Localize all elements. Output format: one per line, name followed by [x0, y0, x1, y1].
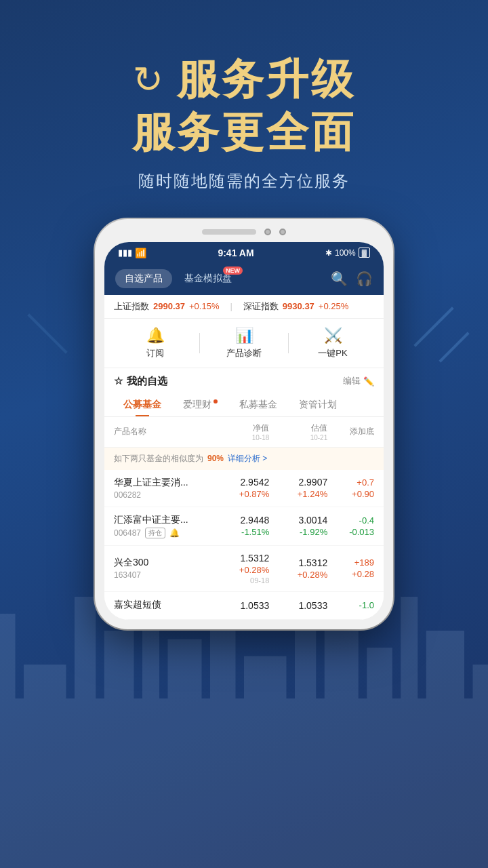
fund-info-3: 嘉实超短债: [114, 599, 211, 612]
edit-button[interactable]: 编辑 ✏️: [343, 375, 374, 387]
phone-outer: ▮▮▮ 📶 9:41 AM ✱ 100% ▓ 自选产品 基金模拟盘: [95, 219, 393, 629]
phone-mockup: ▮▮▮ 📶 9:41 AM ✱ 100% ▓ 自选产品 基金模拟盘: [0, 219, 488, 629]
fund-code-2: 163407: [114, 570, 211, 580]
edit-icon: ✏️: [363, 376, 374, 387]
cat-tab-private-fund[interactable]: 私募基金: [230, 393, 287, 416]
tab-own-products[interactable]: 自选产品: [115, 269, 172, 288]
fund-est-1: 3.0014 -1.92%: [269, 515, 327, 537]
fund-add-3: -1.0: [327, 600, 374, 610]
action-pk[interactable]: ⚔️ 一键PK: [289, 327, 377, 359]
status-left: ▮▮▮ 📶: [118, 248, 146, 258]
fund-tag-1: 持仓: [145, 528, 165, 538]
fund-name-0: 华夏上证主要消...: [114, 477, 211, 489]
fund-name-3: 嘉实超短债: [114, 599, 211, 611]
hero-title-line1: 服务升级: [177, 54, 356, 104]
header-icons: 🔍 🎧: [331, 271, 373, 287]
fund-nav-0: 2.9542 +0.87%: [211, 477, 269, 499]
similarity-link[interactable]: 详细分析 >: [228, 453, 267, 465]
fund-row-3[interactable]: 嘉实超短债 1.0533 1.0533 -1.0: [104, 592, 384, 620]
sensor-dot: [279, 229, 286, 235]
col-est-header: 估值 10-21: [269, 422, 327, 441]
status-bar: ▮▮▮ 📶 9:41 AM ✱ 100% ▓: [104, 242, 384, 264]
ticker-bar: 上证指数 2990.37 +0.15% | 深证指数 9930.37 +0.25…: [104, 295, 384, 319]
cat-tab-public-fund[interactable]: 公募基金: [114, 393, 171, 416]
similarity-notice: 如下两只基金的相似度为 90% 详细分析 >: [104, 448, 384, 470]
app-header: 自选产品 基金模拟盘 NEW 🔍 🎧: [104, 264, 384, 295]
wifi-icon: 📶: [135, 248, 146, 258]
category-tabs: 公募基金 爱理财 私募基金 资管计划: [104, 393, 384, 417]
fund-nav-3: 1.0533: [211, 600, 269, 611]
section-title: ☆ 我的自选: [114, 375, 167, 388]
est-date: 10-21: [310, 434, 328, 441]
fund-info-2: 兴全300 163407: [114, 557, 211, 580]
hero-section: ↺ 服务升级 服务更全面 随时随地随需的全方位服务: [0, 0, 488, 192]
sh-index: 上证指数 2990.37 +0.15%: [114, 300, 219, 313]
fund-name-2: 兴全300: [114, 557, 211, 569]
fund-code-0: 006282: [114, 490, 211, 500]
watchlist-icon: ☆: [114, 375, 123, 387]
refresh-icon: ↺: [133, 58, 163, 101]
fund-add-2: +189 +0.28: [327, 557, 374, 579]
action-diagnose[interactable]: 📊 产品诊断: [200, 327, 288, 359]
table-header: 产品名称 净值 10-18 估值 10-21 添加底: [104, 417, 384, 448]
fund-row-0[interactable]: 华夏上证主要消... 006282 2.9542 +0.87% 2.9907 +…: [104, 470, 384, 507]
hero-title-line2: 服务更全面: [0, 107, 488, 157]
headset-icon[interactable]: 🎧: [356, 271, 373, 287]
subscribe-icon: 🔔: [146, 327, 165, 344]
action-subscribe[interactable]: 🔔 订阅: [111, 327, 199, 359]
action-bar: 🔔 订阅 📊 产品诊断 ⚔️ 一键PK: [104, 319, 384, 368]
signal-icon: ▮▮▮: [118, 248, 132, 258]
battery-text: 100%: [335, 248, 356, 258]
tab-fund-simulation[interactable]: 基金模拟盘 NEW: [175, 269, 241, 288]
fund-row-1[interactable]: 汇添富中证主要... 006487 持仓 🔔 2.9448 -1.51% 3.0…: [104, 507, 384, 546]
fund-info-1: 汇添富中证主要... 006487 持仓 🔔: [114, 514, 211, 538]
fund-info-0: 华夏上证主要消... 006282: [114, 477, 211, 500]
fund-nav-1: 2.9448 -1.51%: [211, 515, 269, 537]
nav-date: 10-18: [252, 434, 270, 441]
pk-icon: ⚔️: [324, 327, 342, 344]
fund-name-1: 汇添富中证主要...: [114, 514, 211, 526]
similarity-pct: 90%: [207, 454, 224, 463]
section-header: ☆ 我的自选 编辑 ✏️: [104, 368, 384, 393]
col-nav-header: 净值 10-18: [211, 422, 269, 441]
col-name-header: 产品名称: [114, 426, 211, 437]
ticker-separator: |: [230, 301, 232, 311]
search-icon[interactable]: 🔍: [331, 271, 348, 287]
bell-icon-1[interactable]: 🔔: [169, 528, 180, 538]
fund-est-2: 1.5312 +0.28%: [269, 557, 327, 580]
cat-tab-asset-mgmt[interactable]: 资管计划: [289, 393, 346, 416]
fund-est-3: 1.0533: [269, 600, 327, 611]
col-add-header: 添加底: [327, 426, 374, 437]
new-badge: NEW: [223, 267, 243, 275]
camera-dot: [264, 229, 271, 235]
phone-screen: ▮▮▮ 📶 9:41 AM ✱ 100% ▓ 自选产品 基金模拟盘: [104, 242, 384, 620]
fund-est-0: 2.9907 +1.24%: [269, 477, 327, 499]
sz-index: 深证指数 9930.37 +0.25%: [243, 300, 348, 313]
fund-row-2[interactable]: 兴全300 163407 1.5312 +0.28% 09-18 1.5312 …: [104, 546, 384, 592]
fund-code-1: 006487 持仓 🔔: [114, 528, 211, 538]
diagnose-icon: 📊: [235, 327, 253, 344]
bluetooth-icon: ✱: [325, 248, 332, 258]
status-right: ✱ 100% ▓: [325, 248, 370, 258]
battery-icon: ▓: [359, 248, 370, 258]
wealth-dot: [214, 399, 218, 403]
hero-subtitle: 随时随地随需的全方位服务: [0, 170, 488, 192]
fund-add-0: +0.7 +0.90: [327, 477, 374, 499]
speaker-grill: [202, 229, 256, 235]
fund-add-1: -0.4 -0.013: [327, 515, 374, 537]
cat-tab-wealth[interactable]: 爱理财: [174, 393, 227, 416]
status-time: 9:41 AM: [218, 248, 253, 258]
fund-nav-2: 1.5312 +0.28% 09-18: [211, 553, 269, 585]
